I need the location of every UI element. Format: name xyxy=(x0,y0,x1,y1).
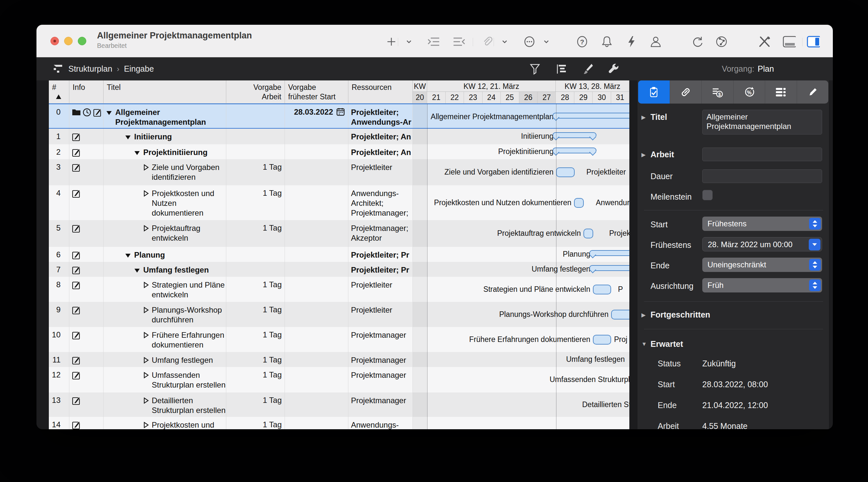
table-row[interactable]: 12UmfassendenStrukturplan erstellen1 Tag… xyxy=(49,367,629,392)
collapse-icon[interactable] xyxy=(105,109,113,118)
leaf-icon[interactable] xyxy=(143,332,149,341)
user-icon[interactable] xyxy=(649,35,662,48)
edit-note-icon[interactable] xyxy=(72,370,81,382)
attachment-icon[interactable] xyxy=(480,35,494,48)
leaf-icon[interactable] xyxy=(143,225,149,234)
more-actions-icon[interactable] xyxy=(523,35,536,48)
leaf-icon[interactable] xyxy=(143,357,149,366)
tab-links[interactable] xyxy=(670,81,702,103)
table-row[interactable]: 10Frühere Erfahrungendokumentieren1 TagP… xyxy=(49,327,629,352)
gantt-task-bar[interactable] xyxy=(574,198,584,208)
close-button[interactable] xyxy=(51,37,59,45)
edit-note-icon[interactable] xyxy=(72,223,81,235)
table-row[interactable]: 8Strategien und Pläneentwickeln1 TagProj… xyxy=(49,277,629,302)
filter-icon[interactable] xyxy=(528,63,542,76)
breadcrumb-view[interactable]: Strukturplan xyxy=(68,64,112,73)
column-header-number[interactable]: # xyxy=(49,81,69,103)
collapse-icon[interactable] xyxy=(124,251,131,261)
arbeit-input[interactable] xyxy=(702,148,822,161)
gantt-task-bar[interactable] xyxy=(593,284,611,294)
collapse-icon[interactable] xyxy=(133,266,141,275)
edit-note-icon[interactable] xyxy=(72,148,81,159)
start-dropdown[interactable]: Frühestens xyxy=(702,217,822,231)
collapse-icon[interactable] xyxy=(124,133,131,142)
table-row[interactable]: 6PlanungProjektleiter; PrPlanung xyxy=(49,247,629,262)
leaf-icon[interactable] xyxy=(143,397,149,406)
edit-note-icon[interactable] xyxy=(72,188,81,200)
zoom-button[interactable] xyxy=(78,37,86,45)
leaf-icon[interactable] xyxy=(143,281,149,291)
panel-bottom-icon[interactable] xyxy=(783,35,796,48)
folder-icon[interactable] xyxy=(72,108,81,118)
leaf-icon[interactable] xyxy=(143,371,149,381)
gantt-task-bar[interactable] xyxy=(556,168,575,177)
titel-disclosure-icon[interactable]: ▶ xyxy=(641,114,646,121)
tab-progress[interactable]: % xyxy=(734,81,766,103)
column-header-vorgabe-start[interactable]: Vorgabefrühester Start xyxy=(285,81,348,103)
gantt-group-bar[interactable] xyxy=(553,113,629,119)
more-chevron-icon[interactable] xyxy=(540,35,553,48)
edit-note-icon[interactable] xyxy=(72,355,81,367)
indent-icon[interactable] xyxy=(427,35,440,48)
tab-cost[interactable]: $ xyxy=(702,81,734,103)
column-header-titel[interactable]: Titel xyxy=(103,81,226,103)
outdent-icon[interactable] xyxy=(453,35,466,48)
gantt-task-bar[interactable] xyxy=(611,310,629,320)
leaf-icon[interactable] xyxy=(143,421,149,429)
table-row[interactable]: 5Projektauftragentwickeln1 TagProjektman… xyxy=(49,220,629,247)
attachment-chevron-icon[interactable] xyxy=(498,35,511,48)
ausrichtung-dropdown[interactable]: Früh xyxy=(702,278,822,293)
table-row[interactable]: 11Umfang festlegen1 TagProjektmanagerUmf… xyxy=(49,352,629,367)
erwartet-disclosure-icon[interactable]: ▼ xyxy=(641,341,647,348)
edit-note-icon[interactable] xyxy=(72,265,81,276)
settings-tools-icon[interactable] xyxy=(758,35,771,48)
notifications-icon[interactable] xyxy=(600,35,613,48)
table-row[interactable]: 13DetailliertenStrukturplan erstellen1 T… xyxy=(49,392,629,417)
network-icon[interactable] xyxy=(715,35,728,48)
breadcrumb-page[interactable]: Eingabe xyxy=(124,64,154,73)
edit-note-icon[interactable] xyxy=(72,305,81,317)
lightning-icon[interactable] xyxy=(625,35,638,48)
ende-dropdown[interactable]: Uneingeschränkt xyxy=(702,258,822,272)
tab-notes[interactable] xyxy=(797,81,829,103)
add-chevron-icon[interactable] xyxy=(402,35,415,48)
add-icon[interactable] xyxy=(385,35,398,48)
gantt-timeline-header[interactable]: KWKW 12, 21. MärzKW 13, 28. März 2021222… xyxy=(413,81,629,103)
table-row[interactable]: 2ProjektinitiierungProjektleiter; AnProj… xyxy=(49,144,629,159)
table-row[interactable]: 1InitiierungProjektleiter; AnInitiierung xyxy=(49,129,629,144)
column-header-info[interactable]: Info xyxy=(69,81,103,103)
table-row[interactable]: 4Projektkosten undNutzendokumentieren1 T… xyxy=(49,185,629,220)
collapse-icon[interactable] xyxy=(133,149,141,158)
gantt-task-bar[interactable] xyxy=(584,229,593,238)
edit-note-icon[interactable] xyxy=(72,420,81,429)
leaf-icon[interactable] xyxy=(143,306,149,315)
table-row[interactable]: 3Ziele und Vorgabenidentifizieren1 TagPr… xyxy=(49,159,629,185)
dauer-input[interactable] xyxy=(702,169,822,183)
outline-options-icon[interactable] xyxy=(555,63,568,76)
tab-rows[interactable] xyxy=(765,81,797,103)
column-header-ressourcen[interactable]: Ressourcen xyxy=(348,81,413,103)
edit-note-icon[interactable] xyxy=(72,132,81,143)
style-brush-icon[interactable] xyxy=(581,63,594,76)
edit-note-icon[interactable] xyxy=(72,280,81,292)
edit-note-icon[interactable] xyxy=(72,250,81,262)
column-header-vorgabe-arbeit[interactable]: VorgabeArbeit xyxy=(226,81,285,103)
table-row[interactable]: 7Umfang festlegenProjektleiter; PrUmfang… xyxy=(49,262,629,277)
leaf-icon[interactable] xyxy=(143,164,149,173)
arbeit-disclosure-icon[interactable]: ▶ xyxy=(641,151,646,158)
table-row[interactable]: 14Projektkosten und1 TagAnwendungs- xyxy=(49,417,629,429)
table-row[interactable]: 0AllgemeinerProjektmanagementplan28.03.2… xyxy=(49,103,629,129)
panel-right-icon[interactable] xyxy=(807,35,820,48)
gantt-task-bar[interactable] xyxy=(593,335,611,344)
edit-note-icon[interactable] xyxy=(72,162,81,174)
fruehestens-date-dropdown[interactable]: 28. März 2022 um 00:00 xyxy=(702,237,822,251)
help-icon[interactable]: ? xyxy=(576,35,589,48)
clock-icon[interactable] xyxy=(83,108,91,119)
edit-note-icon[interactable] xyxy=(93,108,102,119)
sync-icon[interactable] xyxy=(691,35,704,48)
meilenstein-checkbox[interactable] xyxy=(702,190,713,200)
leaf-icon[interactable] xyxy=(143,190,149,199)
edit-note-icon[interactable] xyxy=(72,330,81,342)
edit-note-icon[interactable] xyxy=(72,396,81,407)
titel-input[interactable]: Allgemeiner Projektmanagementplan xyxy=(702,110,822,134)
